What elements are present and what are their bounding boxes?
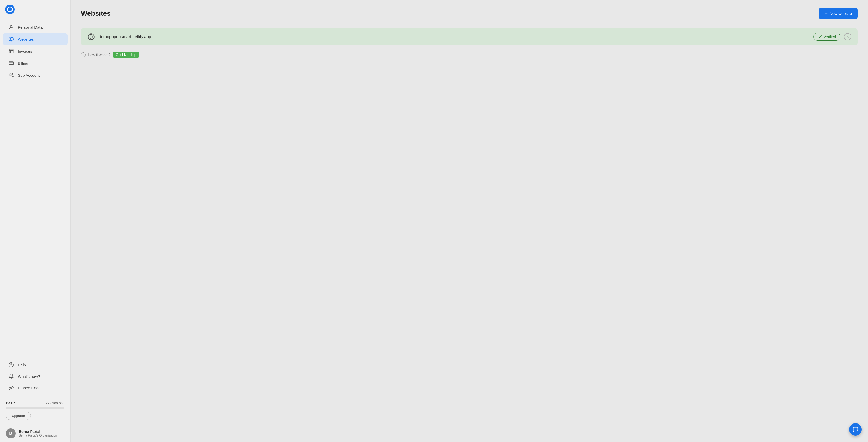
- svg-rect-3: [9, 62, 13, 65]
- plan-section: Basic 27 / 100.000 Upgrade: [0, 397, 70, 423]
- svg-rect-2: [9, 49, 13, 53]
- bell-icon: [8, 373, 14, 379]
- sidebar-item-whats-new[interactable]: What's new?: [3, 371, 68, 382]
- sidebar-item-billing[interactable]: Billing: [3, 58, 68, 69]
- sidebar-item-label: What's new?: [18, 374, 40, 379]
- user-info: Berna Partal Berna Partal's Organization: [19, 430, 57, 437]
- close-icon: [846, 35, 849, 38]
- embed-icon: [8, 385, 14, 390]
- new-website-button[interactable]: + New website: [819, 8, 858, 19]
- get-live-help-button[interactable]: Get Live Help: [113, 52, 140, 58]
- person-icon: [8, 24, 14, 30]
- sidebar-bottom: Help What's new? Embed Code: [0, 356, 70, 396]
- sidebar-item-personal-data[interactable]: Personal Data: [3, 22, 68, 33]
- website-right: Verified: [813, 33, 851, 41]
- svg-point-7: [11, 387, 12, 388]
- plan-name: Basic: [6, 401, 16, 405]
- chat-bubble-button[interactable]: [849, 423, 862, 436]
- sidebar-nav: Personal Data Websites Invoices: [0, 19, 70, 353]
- globe-nav-icon: [8, 36, 14, 42]
- sidebar-item-embed-code[interactable]: Embed Code: [3, 382, 68, 393]
- plan-usage: 27 / 100.000: [46, 401, 64, 405]
- website-left: demopopupsmart.netlify.app: [87, 33, 151, 41]
- how-it-works-row: ? How it works? Get Live Help: [81, 52, 858, 58]
- user-section: B Berna Partal Berna Partal's Organizati…: [0, 424, 70, 442]
- website-globe-icon: [87, 33, 95, 41]
- sidebar-item-label: Sub Account: [18, 73, 40, 77]
- svg-point-13: [856, 429, 857, 429]
- app-logo[interactable]: [5, 5, 14, 14]
- main-content: Websites + New website demopopupsmart.ne…: [70, 0, 868, 442]
- sidebar-item-label: Websites: [18, 37, 34, 41]
- question-icon: ?: [81, 53, 86, 57]
- website-url: demopopupsmart.netlify.app: [99, 34, 151, 39]
- website-row: demopopupsmart.netlify.app Verified: [81, 28, 858, 45]
- how-it-works-text: How it works?: [88, 53, 111, 57]
- invoice-icon: [8, 48, 14, 54]
- user-name: Berna Partal: [19, 430, 57, 434]
- plus-icon: +: [825, 11, 828, 16]
- sidebar: Personal Data Websites Invoices: [0, 0, 70, 442]
- billing-icon: [8, 60, 14, 66]
- page-title: Websites: [81, 9, 111, 18]
- chat-icon: [852, 427, 858, 432]
- svg-point-0: [10, 25, 12, 27]
- sidebar-item-label: Invoices: [18, 49, 32, 54]
- people-icon: [8, 72, 14, 78]
- svg-point-11: [854, 429, 855, 429]
- avatar: B: [6, 429, 16, 438]
- svg-point-12: [855, 429, 856, 429]
- sidebar-item-websites[interactable]: Websites: [3, 33, 68, 45]
- sidebar-item-label: Billing: [18, 61, 28, 66]
- upgrade-button[interactable]: Upgrade: [6, 412, 31, 420]
- sidebar-item-sub-account[interactable]: Sub Account: [3, 69, 68, 81]
- header-divider: [81, 22, 858, 22]
- sidebar-item-help[interactable]: Help: [3, 359, 68, 370]
- user-org: Berna Partal's Organization: [19, 434, 57, 437]
- remove-website-button[interactable]: [844, 33, 851, 40]
- check-icon: [818, 35, 822, 39]
- help-icon: [8, 362, 14, 368]
- sidebar-item-label: Embed Code: [18, 386, 41, 390]
- plan-progress-bar: [6, 407, 64, 409]
- sidebar-item-label: Personal Data: [18, 25, 42, 30]
- svg-point-4: [10, 73, 11, 75]
- sidebar-logo: [0, 0, 70, 19]
- sidebar-item-invoices[interactable]: Invoices: [3, 45, 68, 57]
- main-header: Websites + New website: [81, 8, 858, 19]
- sidebar-item-label: Help: [18, 363, 26, 367]
- verified-badge: Verified: [813, 33, 840, 41]
